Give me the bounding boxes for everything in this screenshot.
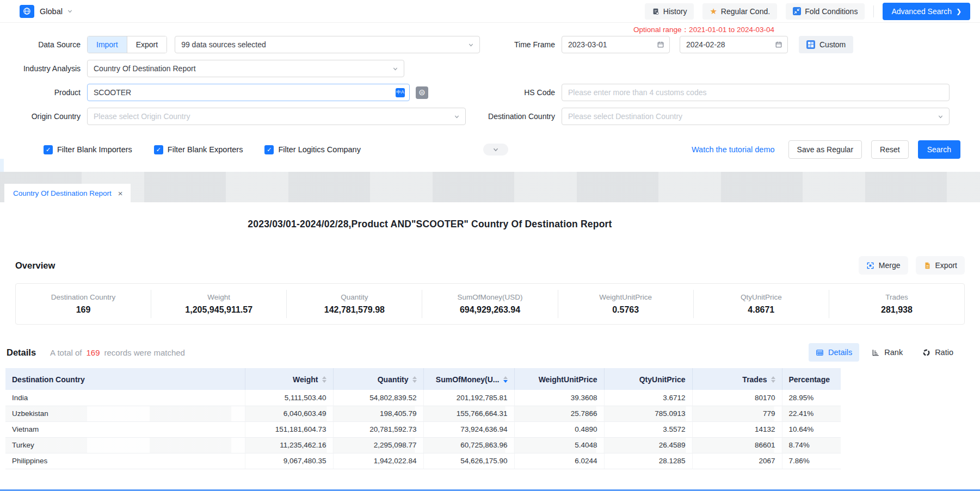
fold-conditions-label: Fold Conditions xyxy=(805,7,858,16)
region-selector[interactable]: Global xyxy=(40,7,63,16)
column-header-percentage: Percentage xyxy=(782,368,841,390)
tutorial-link[interactable]: Watch the tutorial demo xyxy=(692,145,775,154)
merge-icon xyxy=(866,262,874,270)
tab-country-of-destination-report[interactable]: Country Of Destination Report × xyxy=(4,184,131,202)
cell-qtyunitprice: 28.1285 xyxy=(604,453,692,469)
column-header-sumofmoney-u[interactable]: SumOfMoney(U... xyxy=(423,368,514,390)
column-label: Percentage xyxy=(789,375,830,384)
view-ratio-button[interactable]: Ratio xyxy=(915,343,960,362)
fold-icon xyxy=(793,7,801,15)
data-sources-select[interactable]: 99 data sources selected xyxy=(175,36,480,53)
cell-sumofmoney-u: 54,626,175.90 xyxy=(423,453,514,469)
product-field[interactable]: 中A xyxy=(87,84,410,101)
cell-quantity: 54,802,839.52 xyxy=(333,390,423,406)
table-header-row: Destination CountryWeightQuantitySumOfMo… xyxy=(5,368,841,390)
fold-conditions-button[interactable]: Fold Conditions xyxy=(786,3,865,20)
cell-quantity: 20,781,592.73 xyxy=(333,421,423,437)
export-option[interactable]: Export xyxy=(127,36,167,53)
sort-icon[interactable] xyxy=(322,376,326,383)
details-table: Destination CountryWeightQuantitySumOfMo… xyxy=(5,368,841,469)
checkbox-label: Filter Logitics Company xyxy=(278,145,361,154)
table-icon xyxy=(816,349,824,357)
export-icon xyxy=(923,262,931,270)
overview-stat-quantity: Quantity142,781,579.98 xyxy=(286,290,422,318)
chevron-down-icon[interactable] xyxy=(67,8,73,14)
advanced-search-button[interactable]: Advanced Search ❯ xyxy=(883,3,970,20)
cell-weightunitprice: 25.7866 xyxy=(514,406,604,421)
view-details-button[interactable]: Details xyxy=(809,343,859,362)
cell-weight: 9,067,480.35 xyxy=(245,453,333,469)
cell-qtyunitprice: 785.0913 xyxy=(604,406,692,421)
industry-analysis-select[interactable]: Country Of Destination Report xyxy=(87,60,404,77)
table-body: India5,111,503.4054,802,839.52201,192,78… xyxy=(5,390,841,469)
hs-code-field[interactable] xyxy=(562,84,950,101)
sort-icon[interactable] xyxy=(412,376,417,383)
globe-icon[interactable] xyxy=(20,5,34,18)
custom-icon xyxy=(806,40,815,49)
cell-quantity: 198,405.79 xyxy=(333,406,423,421)
total-prefix: A total of xyxy=(50,348,82,357)
search-button[interactable]: Search xyxy=(918,140,960,159)
stat-label: WeightUnitPrice xyxy=(599,293,652,301)
save-as-regular-button[interactable]: Save as Regular xyxy=(788,140,862,159)
view-rank-button[interactable]: Rank xyxy=(865,343,910,362)
data-source-label: Data Source xyxy=(0,40,87,49)
collapse-conditions-button[interactable] xyxy=(483,144,508,156)
column-header-weight[interactable]: Weight xyxy=(245,368,333,390)
date-start-field[interactable] xyxy=(562,36,670,53)
import-option[interactable]: Import xyxy=(88,36,127,53)
hs-code-input[interactable] xyxy=(568,88,943,97)
calendar-icon[interactable] xyxy=(657,41,664,48)
cell-weight: 5,111,503.40 xyxy=(245,390,333,406)
cell-weight: 151,181,604.73 xyxy=(245,421,333,437)
filter-checkbox-filter-logitics-company[interactable]: ✓Filter Logitics Company xyxy=(264,145,361,154)
overview-stat-weight: Weight1,205,945,911.57 xyxy=(151,290,286,318)
date-start-input[interactable] xyxy=(568,40,663,49)
export-button[interactable]: Export xyxy=(916,256,965,275)
search-form: Optional range：2021-01-01 to 2024-03-04 … xyxy=(0,23,980,159)
column-header-qtyunitprice: QtyUnitPrice xyxy=(604,368,692,390)
filter-checkbox-filter-blank-importers[interactable]: ✓Filter Blank Importers xyxy=(44,145,132,154)
stat-value: 142,781,579.98 xyxy=(324,305,385,315)
merge-label: Merge xyxy=(879,261,901,270)
filter-checkbox-filter-blank-exporters[interactable]: ✓Filter Blank Exporters xyxy=(154,145,243,154)
sort-icon[interactable] xyxy=(771,376,775,383)
checkbox-label: Filter Blank Exporters xyxy=(168,145,243,154)
overview-stat-trades: Trades281,938 xyxy=(829,290,964,318)
cell-weight: 6,040,603.49 xyxy=(245,406,333,421)
view-rank-label: Rank xyxy=(884,348,903,357)
custom-range-button[interactable]: Custom xyxy=(799,36,853,53)
origin-country-select[interactable]: Please select Origin Country xyxy=(87,108,466,125)
date-end-field[interactable] xyxy=(680,36,788,53)
star-icon: ★ xyxy=(710,7,717,15)
stat-label: Destination Country xyxy=(51,293,116,301)
stat-value: 694,929,263.94 xyxy=(460,305,520,315)
exact-match-icon[interactable]: ⊜ xyxy=(416,86,428,99)
records-matched-text: A total of169records were matched xyxy=(50,348,185,357)
cell-destination-country: Uzbekistan xyxy=(5,406,245,421)
close-icon[interactable]: × xyxy=(118,189,123,197)
stat-label: Quantity xyxy=(341,293,368,301)
cell-trades: 80170 xyxy=(692,390,782,406)
calendar-icon[interactable] xyxy=(775,41,782,48)
regular-cond-button[interactable]: ★ Regular Cond. xyxy=(702,3,777,20)
column-header-quantity[interactable]: Quantity xyxy=(333,368,423,390)
cell-qtyunitprice: 3.6712 xyxy=(604,390,692,406)
date-end-input[interactable] xyxy=(686,40,781,49)
translate-icon[interactable]: 中A xyxy=(396,88,405,97)
bar-chart-icon xyxy=(872,349,880,357)
reset-button[interactable]: Reset xyxy=(871,140,909,159)
sort-icon[interactable] xyxy=(503,376,508,383)
cell-destination-country: Vietnam xyxy=(5,421,245,437)
merge-button[interactable]: Merge xyxy=(859,256,908,275)
cell-percentage: 7.86% xyxy=(782,453,841,469)
destination-country-select[interactable]: Please select Destination Country xyxy=(562,108,950,125)
stat-value: 0.5763 xyxy=(612,305,639,315)
chevron-right-icon: ❯ xyxy=(956,8,961,15)
column-label: Quantity xyxy=(378,375,409,384)
report-title: 2023/03/01-2024/02/28,Product AND"SCOOTE… xyxy=(0,219,860,230)
column-header-trades[interactable]: Trades xyxy=(692,368,782,390)
product-input[interactable] xyxy=(94,88,391,97)
history-button[interactable]: History xyxy=(645,3,694,20)
stat-label: Weight xyxy=(207,293,230,301)
